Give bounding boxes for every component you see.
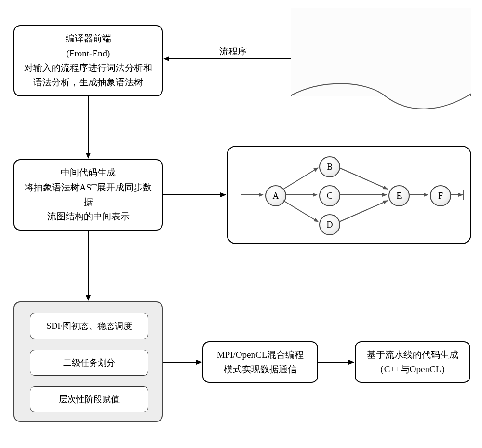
mpi-line1: MPI/OpenCL混合编程 xyxy=(217,348,304,362)
hierarchy-stage-label: 层次性阶段赋值 xyxy=(59,394,120,405)
graph-node-d: D xyxy=(319,214,340,235)
node-a-label: A xyxy=(273,191,279,201)
task-partition-box: 二级任务划分 xyxy=(30,350,148,376)
compiler-front-end-box: 编译器前端 (Front-End) 对输入的流程序进行词法分析和 语法分析，生成… xyxy=(13,25,163,96)
graph-node-e: E xyxy=(388,185,410,206)
hierarchy-stage-box: 层次性阶段赋值 xyxy=(30,386,148,412)
intermediate-desc2: 流图结构的中间表示 xyxy=(47,209,130,224)
pipeline-line2: （C++与OpenCL） xyxy=(375,362,451,377)
node-f-label: F xyxy=(438,191,443,201)
node-e-label: E xyxy=(397,191,402,201)
node-c-label: C xyxy=(327,191,333,201)
edge-label-input: 流程序 xyxy=(219,45,247,58)
node-b-label: B xyxy=(327,162,333,172)
graph-node-f: F xyxy=(430,185,451,206)
node-d-label: D xyxy=(327,220,333,230)
task-partition-label: 二级任务划分 xyxy=(63,357,115,368)
mpi-opencl-box: MPI/OpenCL混合编程 模式实现数据通信 xyxy=(202,341,318,383)
front-end-desc2: 语法分析，生成抽象语法树 xyxy=(33,75,143,90)
sdf-schedule-label: SDF图初态、稳态调度 xyxy=(46,320,132,332)
intermediate-desc1: 将抽象语法树AST展开成同步数据 xyxy=(21,180,155,210)
front-end-title: 编译器前端 xyxy=(66,31,111,46)
graph-node-c: C xyxy=(319,185,340,206)
intermediate-codegen-box: 中间代码生成 将抽象语法树AST展开成同步数据 流图结构的中间表示 xyxy=(13,159,163,231)
pipeline-codegen-box: 基于流水线的代码生成 （C++与OpenCL） xyxy=(355,341,470,383)
data-flow-program-doc: 数据流程序 xyxy=(291,20,471,96)
front-end-sub: (Front-End) xyxy=(67,46,110,61)
mpi-line2: 模式实现数据通信 xyxy=(224,362,297,377)
sdf-schedule-box: SDF图初态、稳态调度 xyxy=(30,313,148,339)
schedule-group: SDF图初态、稳态调度 二级任务划分 层次性阶段赋值 xyxy=(13,301,163,422)
front-end-desc1: 对输入的流程序进行词法分析和 xyxy=(24,61,152,75)
pipeline-line1: 基于流水线的代码生成 xyxy=(367,348,458,362)
graph-node-a: A xyxy=(265,185,286,206)
intermediate-title: 中间代码生成 xyxy=(61,165,116,180)
sdf-graph-panel: A B C D E F xyxy=(227,146,471,244)
graph-node-b: B xyxy=(319,156,340,177)
